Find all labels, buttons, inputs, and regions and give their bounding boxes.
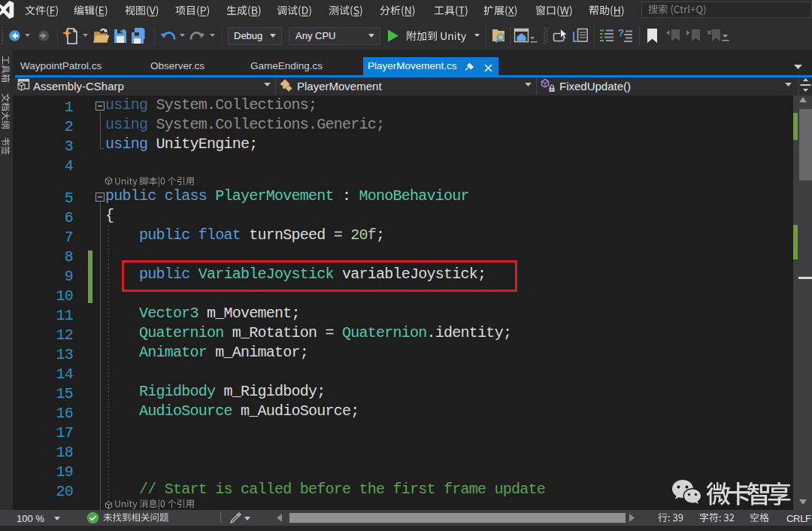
svg-text:?: ? [618, 27, 624, 38]
